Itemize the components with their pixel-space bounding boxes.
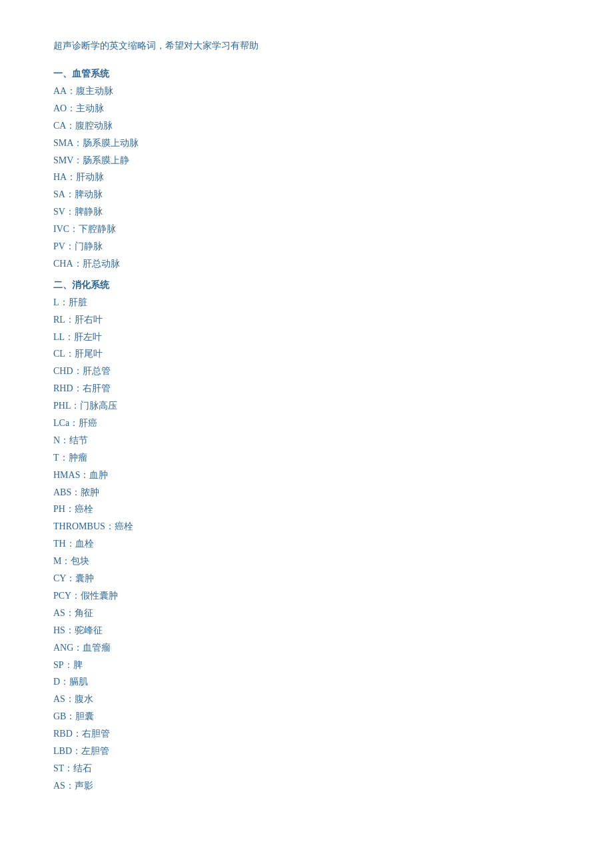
term-line: GB：胆囊 (53, 708, 560, 725)
term-abbr: L： (53, 297, 69, 307)
term-meaning: 肠系膜上静 (83, 155, 129, 165)
term-abbr: THROMBUS： (53, 521, 115, 531)
term-abbr: PHL： (53, 401, 80, 411)
term-meaning: 右胆管 (82, 729, 110, 739)
term-meaning: 囊肿 (75, 573, 94, 583)
term-meaning: 主动脉 (76, 103, 104, 113)
section-title-0: 一、血管系统 (53, 68, 560, 80)
term-abbr: SMV： (53, 155, 83, 165)
term-meaning: 假性囊肿 (81, 591, 118, 601)
term-line: AS：声影 (53, 777, 560, 795)
term-line: ANG：血管瘤 (53, 639, 560, 657)
term-line: L：肝脏 (53, 294, 560, 311)
term-meaning: 左胆管 (81, 746, 109, 756)
term-line: AO：主动脉 (53, 100, 560, 117)
term-meaning: 驼峰征 (75, 625, 103, 635)
term-abbr: LL： (53, 332, 74, 342)
term-line: ST：结石 (53, 760, 560, 777)
term-abbr: CHA： (53, 259, 83, 269)
term-abbr: SV： (53, 207, 75, 217)
term-meaning: 癌栓 (75, 504, 93, 514)
term-line: HA：肝动脉 (53, 169, 560, 186)
term-meaning: 肝癌 (79, 418, 97, 428)
term-meaning: 角征 (75, 608, 93, 618)
term-abbr: PV： (53, 241, 75, 251)
term-line: T：肿瘤 (53, 449, 560, 467)
term-abbr: RBD： (53, 729, 82, 739)
term-meaning: 肝脏 (69, 297, 87, 307)
term-line: M：包块 (53, 553, 560, 570)
term-meaning: 腹主动脉 (76, 86, 113, 96)
term-abbr: AA： (53, 86, 76, 96)
term-abbr: CL： (53, 349, 75, 359)
term-line: SMA：肠系膜上动脉 (53, 135, 560, 152)
term-abbr: M： (53, 556, 71, 566)
term-abbr: AS： (53, 608, 75, 618)
term-line: SMV：肠系膜上静 (53, 152, 560, 169)
term-meaning: 胆囊 (75, 711, 94, 721)
term-line: AS：腹水 (53, 691, 560, 708)
term-meaning: 脾 (73, 660, 83, 670)
term-meaning: 门静脉 (75, 241, 103, 251)
term-meaning: 下腔静脉 (79, 224, 116, 234)
term-abbr: T： (53, 453, 69, 463)
term-meaning: 肝右叶 (75, 315, 103, 325)
term-abbr: GB： (53, 711, 75, 721)
term-meaning: 腹水 (75, 694, 93, 704)
term-abbr: CHD： (53, 366, 83, 376)
term-abbr: HMAS： (53, 470, 89, 480)
term-meaning: 脓肿 (81, 487, 99, 497)
term-line: AA：腹主动脉 (53, 83, 560, 100)
term-meaning: 肝尾叶 (75, 349, 103, 359)
term-meaning: 肝动脉 (76, 172, 104, 182)
term-meaning: 血肿 (89, 470, 108, 480)
term-abbr: RL： (53, 315, 75, 325)
term-abbr: LBD： (53, 746, 81, 756)
term-meaning: 声影 (75, 781, 93, 791)
term-line: ABS：脓肿 (53, 484, 560, 501)
term-abbr: PCY： (53, 591, 81, 601)
term-meaning: 结节 (69, 435, 88, 445)
term-line: RL：肝右叶 (53, 311, 560, 329)
term-line: CA：腹腔动脉 (53, 117, 560, 135)
term-line: CL：肝尾叶 (53, 345, 560, 363)
term-meaning: 肿瘤 (69, 453, 87, 463)
term-line: RHD：右肝管 (53, 380, 560, 397)
term-line: LL：肝左叶 (53, 329, 560, 346)
term-line: AS：角征 (53, 605, 560, 622)
term-line: CHD：肝总管 (53, 363, 560, 380)
term-line: SP：脾 (53, 657, 560, 674)
term-line: HMAS：血肿 (53, 467, 560, 484)
term-meaning: 脾静脉 (75, 207, 103, 217)
term-meaning: 门脉高压 (80, 401, 117, 411)
term-abbr: SA： (53, 189, 75, 199)
content-container: 一、血管系统AA：腹主动脉AO：主动脉CA：腹腔动脉SMA：肠系膜上动脉SMV：… (53, 68, 560, 795)
section-title-1: 二、消化系统 (53, 279, 560, 291)
term-meaning: 包块 (71, 556, 89, 566)
term-meaning: 右肝管 (83, 383, 111, 393)
term-line: RBD：右胆管 (53, 725, 560, 743)
term-line: N：结节 (53, 432, 560, 449)
term-abbr: ST： (53, 763, 73, 773)
term-abbr: N： (53, 435, 69, 445)
term-abbr: RHD： (53, 383, 83, 393)
term-abbr: ABS： (53, 487, 81, 497)
term-meaning: 肝左叶 (74, 332, 102, 342)
term-line: TH：血栓 (53, 535, 560, 553)
term-line: SV：脾静脉 (53, 203, 560, 221)
term-abbr: CA： (53, 121, 75, 131)
term-abbr: HA： (53, 172, 76, 182)
term-abbr: AS： (53, 781, 75, 791)
term-line: CY：囊肿 (53, 570, 560, 587)
term-meaning: 肝总动脉 (83, 259, 120, 269)
term-line: D：膈肌 (53, 673, 560, 691)
term-abbr: ANG： (53, 643, 83, 653)
term-line: HS：驼峰征 (53, 622, 560, 639)
term-abbr: TH： (53, 539, 75, 549)
term-abbr: AS： (53, 694, 75, 704)
term-abbr: D： (53, 677, 69, 687)
term-line: LCa：肝癌 (53, 415, 560, 432)
term-meaning: 血栓 (75, 539, 94, 549)
term-abbr: AO： (53, 103, 76, 113)
term-meaning: 脾动脉 (75, 189, 103, 199)
